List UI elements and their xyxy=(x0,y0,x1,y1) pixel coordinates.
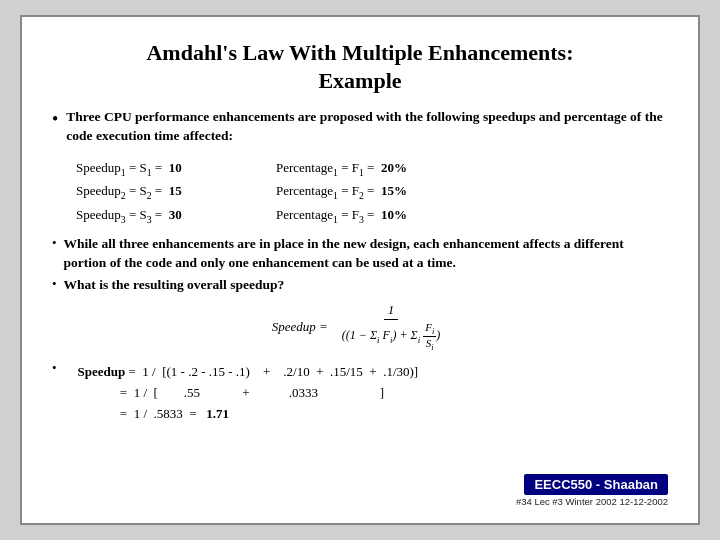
speedup-row1-left: Speedup1 = S1 = 10 xyxy=(76,158,276,180)
slide-content: • Three CPU performance enhancements are… xyxy=(52,108,668,468)
slide-footer: EECC550 - Shaaban #34 Lec #3 Winter 2002… xyxy=(52,474,668,507)
bullet-1-text: Three CPU performance enhancements are p… xyxy=(66,108,668,146)
speedup-table: Speedup1 = S1 = 10 Percentage1 = F1 = 20… xyxy=(76,158,668,227)
bullet-3-marker: • xyxy=(52,276,57,292)
bullet-3-bold: What is the resulting overall speedup? xyxy=(64,277,285,292)
calc-line1: Speedup = 1 / [(1 - .2 - .15 - .1) + .2/… xyxy=(78,362,419,383)
slide: Amdahl's Law With Multiple Enhancements:… xyxy=(20,15,700,525)
bullet-1-bold: Three CPU performance enhancements are p… xyxy=(66,109,662,143)
formula-denominator: ((1 − Σi Fi) + Σi FiSi) xyxy=(338,320,444,352)
bullet-2-bold: While all three enhancements are in plac… xyxy=(64,236,624,270)
bullet-2: • While all three enhancements are in pl… xyxy=(52,235,668,273)
bullet-1: • Three CPU performance enhancements are… xyxy=(52,108,668,146)
speedup-row2-left: Speedup2 = S2 = 15 xyxy=(76,181,276,203)
bullet-4: • Speedup = 1 / [(1 - .2 - .15 - .1) + .… xyxy=(52,360,668,424)
speedup-calc: Speedup = 1 / [(1 - .2 - .15 - .1) + .2/… xyxy=(78,362,419,424)
speedup-row2-right: Percentage1 = F2 = 15% xyxy=(276,181,496,203)
bullet-2-marker: • xyxy=(52,235,57,251)
footer-right: EECC550 - Shaaban #34 Lec #3 Winter 2002… xyxy=(516,474,668,507)
formula-block: Speedup = 1 ((1 − Σi Fi) + Σi FiSi) xyxy=(52,302,668,352)
title-line2: Example xyxy=(318,68,401,93)
formula-label: Speedup = xyxy=(272,319,328,335)
speedup-row1-right: Percentage1 = F1 = 20% xyxy=(276,158,496,180)
bullet-2-text: While all three enhancements are in plac… xyxy=(64,235,668,273)
footer-info: #34 Lec #3 Winter 2002 12-12-2002 xyxy=(516,496,668,507)
footer-badge: EECC550 - Shaaban xyxy=(524,474,668,495)
formula-fraction: 1 ((1 − Σi Fi) + Σi FiSi) xyxy=(338,302,444,352)
calc-line3: = 1 / .5833 = 1.71 xyxy=(78,404,419,425)
formula-row: Speedup = 1 ((1 − Σi Fi) + Σi FiSi) xyxy=(272,302,448,352)
formula-numerator: 1 xyxy=(384,302,399,320)
speedup-row3-right: Percentage1 = F3 = 10% xyxy=(276,205,496,227)
bullet-4-marker: • xyxy=(52,360,57,376)
bullet-1-marker: • xyxy=(52,109,58,130)
slide-title: Amdahl's Law With Multiple Enhancements:… xyxy=(52,39,668,94)
bullet-3-text: What is the resulting overall speedup? xyxy=(64,276,285,295)
bullet-3: • What is the resulting overall speedup? xyxy=(52,276,668,295)
calc-line2: = 1 / [ .55 + .0333 ] xyxy=(78,383,419,404)
speedup-row3-left: Speedup3 = S3 = 30 xyxy=(76,205,276,227)
title-line1: Amdahl's Law With Multiple Enhancements: xyxy=(146,40,573,65)
